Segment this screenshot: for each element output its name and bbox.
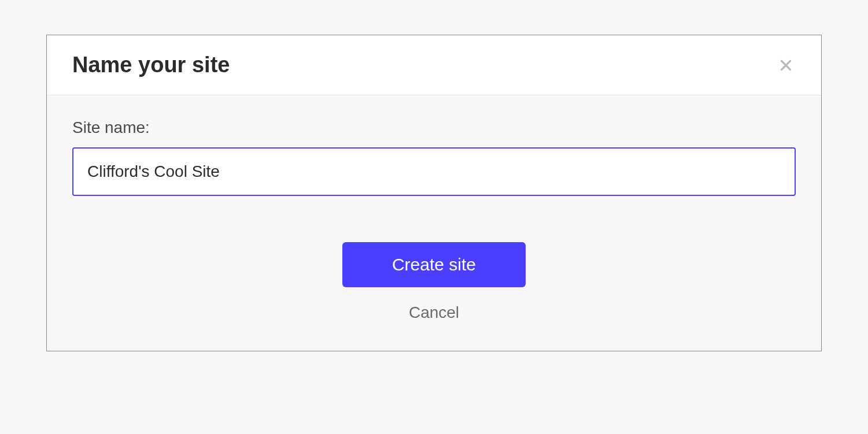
dialog-body: Site name: Create site Cancel [47,95,821,351]
dialog-header: Name your site [47,35,821,95]
close-button[interactable] [776,55,796,75]
close-icon [778,58,793,73]
site-name-label: Site name: [72,118,796,137]
site-name-input[interactable] [72,147,796,196]
dialog-title: Name your site [72,53,230,77]
create-site-button[interactable]: Create site [342,242,526,287]
cancel-button[interactable]: Cancel [409,303,459,322]
dialog-actions: Create site Cancel [72,242,796,322]
name-site-dialog: Name your site Site name: Create site Ca… [46,35,822,351]
